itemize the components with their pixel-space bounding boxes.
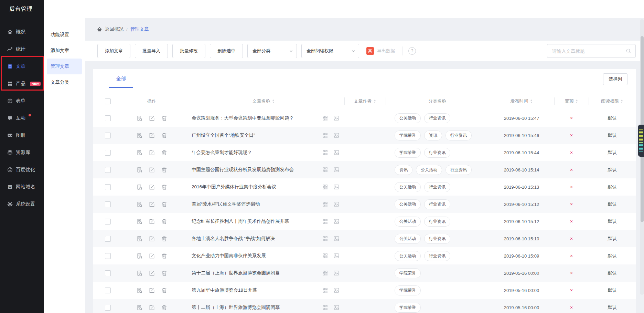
row-checkbox[interactable] — [105, 167, 111, 173]
row-checkbox[interactable] — [105, 253, 111, 259]
row-checkbox[interactable] — [105, 305, 111, 311]
column-header-article-author[interactable]: 文章作者 — [344, 93, 386, 109]
sidebar-item-articles[interactable]: 文章 — [0, 58, 44, 75]
image-icon[interactable] — [333, 270, 340, 276]
pinned-flag[interactable]: × — [554, 201, 589, 207]
edit-icon[interactable] — [149, 150, 155, 156]
delete-icon[interactable] — [161, 236, 167, 242]
delete-icon[interactable] — [161, 219, 167, 225]
delete-icon[interactable] — [161, 150, 167, 156]
image-icon[interactable] — [333, 218, 340, 225]
view-icon[interactable] — [137, 305, 142, 311]
row-checkbox[interactable] — [105, 150, 111, 156]
scroll-minimap-widget[interactable] — [638, 125, 644, 157]
breadcrumb-back[interactable]: 返回概况 — [105, 26, 124, 32]
qr-code-icon[interactable] — [322, 270, 328, 276]
pinned-flag[interactable]: × — [554, 184, 589, 190]
qr-code-icon[interactable] — [322, 304, 328, 311]
pinned-flag[interactable]: × — [554, 288, 589, 293]
edit-icon[interactable] — [149, 115, 155, 121]
search-icon[interactable] — [626, 48, 631, 54]
edit-icon[interactable] — [149, 201, 155, 207]
pinned-flag[interactable]: × — [554, 115, 589, 121]
edit-icon[interactable] — [149, 270, 155, 276]
sidebar-item-products[interactable]: 产品NEW — [0, 75, 44, 92]
submenu-item-add-article[interactable]: 添加文章 — [47, 43, 82, 59]
view-icon[interactable] — [137, 150, 142, 156]
choose-columns-button[interactable]: 选择列 — [603, 73, 627, 85]
submenu-item-feature-settings[interactable]: 功能设置 — [47, 27, 82, 43]
edit-icon[interactable] — [149, 219, 155, 225]
view-icon[interactable] — [137, 253, 142, 259]
batch-edit-button[interactable]: 批量修改 — [172, 44, 205, 58]
search-input[interactable] — [551, 48, 626, 54]
qr-code-icon[interactable] — [322, 201, 328, 207]
sidebar-item-domain[interactable]: W网站域名 — [0, 178, 44, 196]
view-icon[interactable] — [137, 167, 142, 173]
permission-filter-select[interactable]: 全部阅读权限 — [301, 44, 359, 58]
image-icon[interactable] — [333, 201, 340, 207]
image-icon[interactable] — [333, 304, 340, 311]
view-icon[interactable] — [137, 184, 142, 190]
row-checkbox[interactable] — [105, 288, 111, 293]
row-checkbox[interactable] — [105, 133, 111, 138]
image-icon[interactable] — [333, 149, 340, 156]
edit-icon[interactable] — [149, 288, 155, 293]
view-icon[interactable] — [137, 115, 142, 121]
pinned-flag[interactable]: × — [554, 236, 589, 241]
image-icon[interactable] — [333, 287, 340, 293]
row-checkbox[interactable] — [105, 115, 111, 121]
delete-selected-button[interactable]: 删除选中 — [210, 44, 243, 58]
qr-code-icon[interactable] — [322, 184, 328, 190]
qr-code-icon[interactable] — [322, 115, 328, 121]
qr-code-icon[interactable] — [322, 149, 328, 156]
image-icon[interactable] — [333, 132, 340, 138]
delete-icon[interactable] — [161, 115, 167, 121]
pinned-flag[interactable]: × — [554, 167, 589, 173]
sidebar-item-baidu-seo[interactable]: 百度优化 — [0, 161, 44, 178]
column-header-read-permission[interactable]: 阅读权限 — [589, 93, 636, 109]
row-checkbox[interactable] — [105, 236, 111, 242]
submenu-item-article-categories[interactable]: 文章分类 — [47, 74, 82, 90]
view-icon[interactable] — [137, 133, 142, 138]
delete-icon[interactable] — [161, 184, 167, 190]
edit-icon[interactable] — [149, 184, 155, 190]
qr-code-icon[interactable] — [322, 253, 328, 259]
pinned-flag[interactable]: × — [554, 150, 589, 155]
delete-icon[interactable] — [161, 167, 167, 173]
row-checkbox[interactable] — [105, 219, 111, 225]
column-header-article-name[interactable]: 文章名称 — [183, 93, 344, 109]
column-header-pinned[interactable]: 置顶 — [554, 93, 589, 109]
sidebar-item-forms[interactable]: 表单 — [0, 92, 44, 109]
select-all-checkbox[interactable] — [105, 98, 111, 104]
tab-all[interactable]: 全部 — [109, 76, 133, 88]
edit-icon[interactable] — [149, 133, 155, 138]
pinned-flag[interactable]: × — [554, 305, 589, 310]
sidebar-item-system-settings[interactable]: 系统设置 — [0, 196, 44, 213]
qr-code-icon[interactable] — [322, 287, 328, 293]
view-icon[interactable] — [137, 236, 142, 242]
edit-icon[interactable] — [149, 167, 155, 173]
sidebar-item-stats[interactable]: 统计 — [0, 41, 44, 58]
export-data-button[interactable]: 高 导出数据 — [366, 47, 395, 55]
sidebar-item-gallery[interactable]: 图册 — [0, 127, 44, 144]
edit-icon[interactable] — [149, 253, 155, 259]
delete-icon[interactable] — [161, 270, 167, 276]
image-icon[interactable] — [333, 167, 340, 173]
image-icon[interactable] — [333, 253, 340, 259]
category-filter-select[interactable]: 全部分类 — [247, 44, 297, 58]
view-icon[interactable] — [137, 288, 142, 293]
batch-import-button[interactable]: 批量导入 — [135, 44, 168, 58]
pinned-flag[interactable]: × — [554, 219, 589, 224]
row-checkbox[interactable] — [105, 201, 111, 207]
edit-icon[interactable] — [149, 305, 155, 311]
column-header-publish-time[interactable]: 发布时间 — [489, 93, 554, 109]
qr-code-icon[interactable] — [322, 218, 328, 225]
sidebar-item-overview[interactable]: 概况 — [0, 23, 44, 41]
help-icon[interactable]: ? — [408, 47, 416, 55]
delete-icon[interactable] — [161, 133, 167, 138]
row-checkbox[interactable] — [105, 270, 111, 276]
delete-icon[interactable] — [161, 288, 167, 293]
edit-icon[interactable] — [149, 236, 155, 242]
pinned-flag[interactable]: × — [554, 253, 589, 259]
